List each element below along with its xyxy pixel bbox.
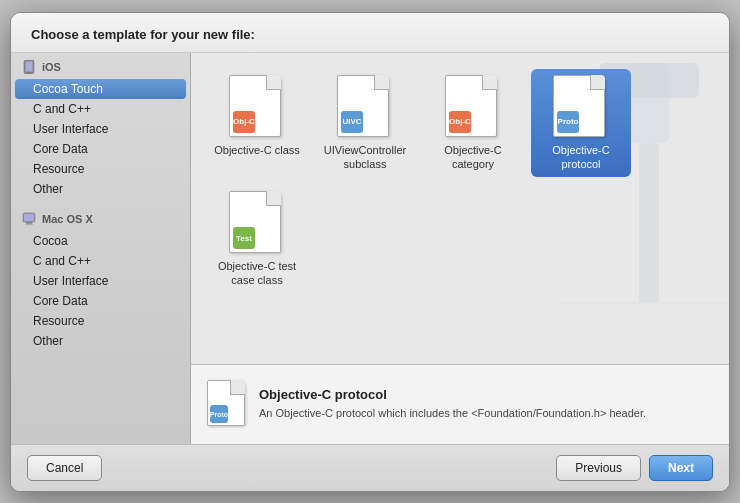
file-badge-uiviewcontroller-subclass: UIVC [341,111,363,133]
sidebar-item-other-mac[interactable]: Other [11,331,190,351]
svg-rect-5 [26,222,32,224]
svg-point-2 [28,71,29,72]
template-item-objc-class[interactable]: Obj-CObjective-C class [207,69,307,178]
mac-icon [21,211,37,227]
footer-right: Previous Next [556,455,713,481]
sidebar-item-c-and-cpp-mac[interactable]: C and C++ [11,251,190,271]
template-label-uiviewcontroller-subclass: UIViewController subclass [321,143,409,172]
sidebar-item-resource-mac[interactable]: Resource [11,311,190,331]
phone-icon [21,59,37,75]
ios-group-label: iOS [42,61,61,73]
template-label-objc-class: Objective-C class [214,143,300,157]
sidebar-item-user-interface-ios[interactable]: User Interface [11,119,190,139]
sidebar-item-other-ios[interactable]: Other [11,179,190,199]
desc-body: An Objective-C protocol which includes t… [259,406,646,421]
template-grid: Obj-CObjective-C classUIVCUIViewControll… [191,53,729,364]
template-item-objc-test-case[interactable]: TestObjective-C test case class [207,185,307,294]
sidebar-item-cocoa-touch[interactable]: Cocoa Touch [15,79,186,99]
desc-icon: Proto [207,380,247,428]
template-item-uiviewcontroller-subclass[interactable]: UIVCUIViewController subclass [315,69,415,178]
desc-badge: Proto [210,405,228,423]
sidebar: iOS Cocoa TouchC and C++User InterfaceCo… [11,53,191,444]
new-file-dialog: Choose a template for your new file: iOS… [10,12,730,492]
sidebar-group-ios[interactable]: iOS [11,53,190,79]
desc-text: Objective-C protocol An Objective-C prot… [259,387,646,421]
template-item-objc-protocol[interactable]: ProtoObjective-C protocol [531,69,631,178]
file-badge-objc-test-case: Test [233,227,255,249]
description-panel: Proto Objective-C protocol An Objective-… [191,364,729,444]
svg-rect-4 [24,214,34,221]
svg-rect-6 [25,223,33,224]
template-label-objc-protocol: Objective-C protocol [537,143,625,172]
sidebar-item-resource-ios[interactable]: Resource [11,159,190,179]
cancel-button[interactable]: Cancel [27,455,102,481]
desc-file-icon: Proto [207,380,245,426]
sidebar-group-macosx[interactable]: Mac OS X [11,205,190,231]
file-badge-objc-category: Obj-C [449,111,471,133]
file-badge-objc-protocol: Proto [557,111,579,133]
template-label-objc-test-case: Objective-C test case class [213,259,301,288]
template-item-objc-category[interactable]: Obj-CObjective-C category [423,69,523,178]
svg-rect-1 [26,61,33,71]
previous-button[interactable]: Previous [556,455,641,481]
dialog-body: iOS Cocoa TouchC and C++User InterfaceCo… [11,53,729,444]
sidebar-item-core-data-mac[interactable]: Core Data [11,291,190,311]
dialog-title: Choose a template for your new file: [11,13,729,53]
sidebar-item-user-interface-mac[interactable]: User Interface [11,271,190,291]
sidebar-item-core-data-ios[interactable]: Core Data [11,139,190,159]
desc-title: Objective-C protocol [259,387,646,402]
sidebar-item-c-and-cpp-ios[interactable]: C and C++ [11,99,190,119]
next-button[interactable]: Next [649,455,713,481]
dialog-footer: Cancel Previous Next [11,444,729,491]
macosx-group-label: Mac OS X [42,213,93,225]
sidebar-item-cocoa-mac[interactable]: Cocoa [11,231,190,251]
main-content: Obj-CObjective-C classUIVCUIViewControll… [191,53,729,444]
template-label-objc-category: Objective-C category [429,143,517,172]
file-badge-objc-class: Obj-C [233,111,255,133]
